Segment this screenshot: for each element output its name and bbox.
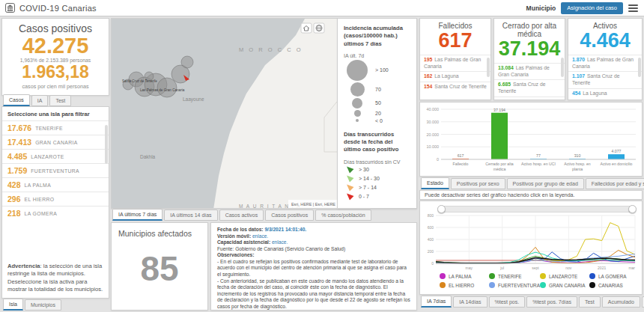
- slider-handle-right[interactable]: [628, 205, 637, 213]
- data-info-panel: Fecha de los datos: 9/3/2021 14:01:40. V…: [210, 222, 417, 311]
- tab-test-pos[interactable]: %test pos.: [489, 296, 526, 308]
- svg-text:0: 0: [437, 157, 439, 162]
- active-row-1[interactable]: 1.870Las Palmas de Gran Canaria: [568, 55, 642, 72]
- tab-ia-14-dias[interactable]: IA últimos 14 días: [164, 209, 217, 221]
- bar-chart-canvas: 010.00020.00030.00040.000617Fallecido37.…: [420, 103, 640, 174]
- line-chart-tabs: IA 7días IA 14días %test pos. %test pos.…: [421, 296, 644, 308]
- estado-tabs: Estado Positivos por sexo Positivos por …: [421, 178, 644, 189]
- island-item-fuerteventura[interactable]: 1.759 FUERTEVENTURA: [2, 163, 109, 177]
- active-scrollbar[interactable]: [638, 58, 641, 77]
- island-item-tenerife[interactable]: 17.676 TENERIFE: [2, 120, 109, 135]
- tab-fallecidos-edad-sexo[interactable]: Fallecidos por edad y sexo: [586, 178, 644, 189]
- island-item-el-hierro[interactable]: 296 EL HIERRO: [2, 192, 109, 206]
- legend-tenerife[interactable]: TENERIFE: [489, 273, 540, 279]
- legend-note: Puede desactivar series del gráfico haci…: [419, 190, 643, 200]
- deaths-scrollbar[interactable]: [487, 58, 490, 77]
- capacity-link[interactable]: enlace.: [272, 239, 288, 245]
- active-card: Activos 4.464 1.870Las Palmas de Gran Ca…: [568, 18, 643, 100]
- estado-bar-chart[interactable]: 010.00020.00030.00040.000617Fallecido37.…: [419, 102, 643, 177]
- observation-2: - Con anterioridad, se publicaban en est…: [217, 278, 410, 311]
- positive-cases-card: Casos positivos 42.275 1,963% de 2.153.3…: [1, 18, 109, 96]
- recovered-row-1[interactable]: 13.084Las Palmas de Gran Canaria: [494, 63, 565, 80]
- slider-handle-left[interactable]: [437, 205, 446, 213]
- svg-text:20.000: 20.000: [427, 132, 440, 137]
- deaths-row-2[interactable]: 162La Laguna: [420, 71, 490, 82]
- deaths-total: 617: [420, 30, 490, 52]
- tab-casos-poblacion[interactable]: % casos/población: [315, 209, 371, 221]
- legend-item-gt100: > 100: [344, 60, 410, 81]
- tab-municipios[interactable]: Municipios: [25, 299, 61, 311]
- recovered-scrollbar[interactable]: [561, 58, 564, 77]
- tab-ia-14dias[interactable]: IA 14días: [453, 296, 487, 308]
- legend-item-50: 50: [344, 98, 410, 108]
- svg-text:800: 800: [428, 213, 434, 218]
- legend-gran-canaria[interactable]: GRAN CANARIA: [540, 282, 589, 288]
- tab-casos[interactable]: Casos: [3, 94, 30, 106]
- tab-casos-positivos[interactable]: Casos positivos: [265, 209, 314, 221]
- island-municipio-tabs: Isla Municipios: [3, 299, 61, 311]
- island-item-la-gomera[interactable]: 218 LA GOMERA: [2, 206, 109, 220]
- map-metric-tabs: IA últimos 7 días IA últimos 14 días Cas…: [112, 209, 371, 221]
- assign-case-button[interactable]: Asignación del caso: [561, 2, 623, 14]
- tab-ia[interactable]: IA: [31, 95, 49, 106]
- active-row-3[interactable]: 454La Laguna: [568, 88, 642, 99]
- cluster-label-tenerife: Santa Cruz de Tenerife: [122, 79, 157, 83]
- svg-text:37.194: 37.194: [493, 108, 505, 112]
- legend-fuerteventura[interactable]: FUERTEVENTURA: [489, 282, 540, 288]
- tab-test[interactable]: Test: [49, 95, 71, 106]
- positive-cases-title: Casos positivos: [2, 22, 109, 34]
- svg-text:Fallecido: Fallecido: [453, 162, 469, 166]
- government-building-icon: [5, 3, 15, 13]
- municipio-label: Municipio: [526, 4, 556, 12]
- map-home-button[interactable]: [301, 23, 312, 33]
- svg-text:may: may: [466, 266, 473, 270]
- island-warning: Advertencia: la selección de una isla re…: [7, 263, 103, 295]
- data-source: Fuente: Gobierno de Canarias (Servicio C…: [217, 246, 410, 253]
- arrow-marker-light-green: [347, 175, 354, 183]
- legend-lanzarote[interactable]: LANZAROTE: [540, 273, 589, 279]
- tab-estado[interactable]: Estado: [421, 177, 449, 189]
- recovered-row-2[interactable]: 6.685Santa Cruz de Tenerife: [494, 79, 565, 97]
- ia-line-chart[interactable]: 0200400600800mayjulseptnov2021mar LA PAL…: [419, 201, 643, 295]
- active-row-2[interactable]: 1.107Santa Cruz de Tenerife: [568, 71, 642, 88]
- deaths-row-3[interactable]: 154Santa Cruz de Tenerife: [420, 82, 490, 92]
- svg-text:617: 617: [458, 153, 464, 158]
- island-item-gran-canaria[interactable]: 17.413 GRAN CANARIA: [2, 135, 109, 149]
- legend-el-hierro[interactable]: EL HIERRO: [440, 282, 489, 288]
- data-date-label: Fecha de los datos:: [217, 227, 264, 232]
- tab-test-pos-7dias[interactable]: %test pos. 7días: [526, 296, 577, 308]
- legend-canarias[interactable]: CANARIAS: [589, 282, 639, 288]
- tab-positivos-sexo[interactable]: Positivos por sexo: [451, 178, 505, 189]
- tab-casos-activos[interactable]: Casos activos: [219, 209, 264, 221]
- recovered-row-3[interactable]: 4.695La Laguna: [494, 97, 565, 100]
- tab-ia-7dias[interactable]: IA 7días: [421, 296, 452, 308]
- island-list-scrollbar[interactable]: [105, 125, 108, 164]
- deaths-row-1[interactable]: 195Las Palmas de Gran Canaria: [420, 55, 490, 72]
- svg-text:mar: mar: [628, 266, 635, 270]
- svg-text:nov: nov: [565, 266, 572, 270]
- tab-test[interactable]: Test: [579, 296, 601, 308]
- svg-text:médica: médica: [493, 167, 506, 171]
- mobile-version-label: Versión móvil:: [217, 233, 251, 239]
- tab-acumulado[interactable]: Acumulado: [602, 296, 640, 308]
- days-legend-subtitle: Días trascurridos sin CV: [344, 159, 410, 165]
- legend-item-lt0: < 0: [344, 118, 410, 123]
- svg-text:Activo en domicilio: Activo en domicilio: [601, 162, 633, 166]
- tab-isla[interactable]: Isla: [3, 299, 23, 311]
- days-item-14-30: > 14 - 30: [344, 175, 410, 183]
- legend-item-20: 20: [344, 110, 410, 117]
- covid-dashboard: COVID-19 Canarias Municipio Asignación d…: [0, 0, 644, 312]
- positive-cases-rate-caption: casos por cien mil personas: [2, 83, 109, 90]
- island-item-la-palma[interactable]: 428 LA PALMA: [2, 177, 109, 192]
- mobile-version-link[interactable]: enlace.: [252, 233, 268, 239]
- legend-la-palma[interactable]: LA PALMA: [440, 273, 489, 279]
- legend-la-gomera[interactable]: LA GOMERA: [589, 273, 639, 279]
- app-title: COVID-19 Canarias: [19, 4, 97, 13]
- island-item-lanzarote[interactable]: 4.485 LANZAROTE: [2, 149, 109, 163]
- tab-ia-7-dias[interactable]: IA últimos 7 días: [112, 209, 162, 221]
- time-range-slider[interactable]: [440, 206, 634, 212]
- days-item-0-7: 0 - 7: [344, 193, 410, 201]
- map-basemap-button[interactable]: [314, 23, 324, 33]
- menu-icon[interactable]: [628, 4, 638, 12]
- tab-positivos-edad[interactable]: Positivos por grupo de edad: [507, 178, 584, 189]
